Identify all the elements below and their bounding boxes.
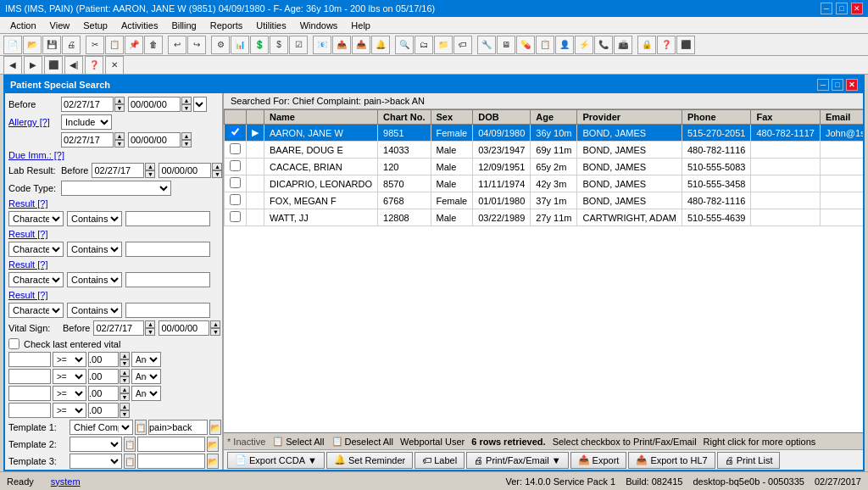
- template2-select[interactable]: [70, 437, 122, 452]
- date2-down[interactable]: ▼: [181, 104, 192, 112]
- template2-value[interactable]: [137, 437, 205, 452]
- tb-tool[interactable]: 🔧: [477, 36, 496, 54]
- tb-redo[interactable]: ↪: [187, 36, 206, 54]
- window-minimize[interactable]: ─: [817, 79, 829, 91]
- tb-new[interactable]: 📄: [3, 36, 22, 54]
- menu-help[interactable]: Help: [344, 19, 377, 32]
- col-dob[interactable]: DOB: [473, 110, 531, 125]
- tb-lock[interactable]: 🔒: [637, 36, 656, 54]
- window-close[interactable]: ✕: [846, 79, 858, 91]
- menu-setup[interactable]: Setup: [76, 19, 114, 32]
- tb-tag[interactable]: 🏷: [453, 36, 472, 54]
- tb-notes[interactable]: 📋: [536, 36, 554, 54]
- vital-val1[interactable]: [88, 352, 119, 367]
- tb-copy[interactable]: 📋: [105, 36, 124, 54]
- vital-val4-spinner[interactable]: ▲ ▼: [120, 403, 130, 418]
- due-imm-label[interactable]: Due Imm.: [?]: [8, 150, 64, 160]
- vital-v4-down[interactable]: ▼: [120, 410, 130, 418]
- vital-d2-up[interactable]: ▲: [210, 320, 220, 328]
- vital-conj2[interactable]: And: [131, 369, 161, 384]
- nav-forward[interactable]: ▶: [24, 56, 42, 75]
- vital-field4[interactable]: [8, 403, 51, 418]
- allergy-d2-up[interactable]: ▲: [181, 132, 192, 140]
- menu-activities[interactable]: Activities: [114, 19, 164, 32]
- deselect-all-btn[interactable]: 📋 Deselect All: [331, 436, 393, 447]
- result4-value[interactable]: [125, 303, 210, 318]
- print-fax-arrow[interactable]: ▼: [552, 455, 561, 465]
- tb-search[interactable]: 🔍: [395, 36, 414, 54]
- table-row[interactable]: FOX, MEGAN F6768Female01/01/198037y 1mBO…: [225, 192, 864, 209]
- template1-icon1[interactable]: 📋: [135, 420, 147, 435]
- table-row[interactable]: ▶AARON, JANE W9851Female04/09/198036y 10…: [225, 125, 864, 142]
- allergy-date2[interactable]: [128, 132, 181, 148]
- tb-check[interactable]: ☑: [289, 36, 308, 54]
- vital-field3[interactable]: [8, 386, 51, 401]
- col-sex[interactable]: Sex: [431, 110, 473, 125]
- row-checkbox[interactable]: [230, 211, 241, 222]
- date1-up[interactable]: ▲: [114, 97, 125, 104]
- tb-delete[interactable]: 🗑: [144, 36, 163, 54]
- export-button[interactable]: 📤 Export: [570, 452, 627, 469]
- tb-folder[interactable]: 🗂: [415, 36, 433, 54]
- col-provider[interactable]: Provider: [577, 110, 682, 125]
- menu-reports[interactable]: Reports: [203, 19, 250, 32]
- result2-value[interactable]: [125, 242, 210, 257]
- export-ccda-button[interactable]: 📄 Export CCDA ▼: [227, 452, 325, 469]
- lab-date2[interactable]: [159, 163, 211, 178]
- vital-d1-up[interactable]: ▲: [145, 320, 155, 328]
- vital-val3-spinner[interactable]: ▲ ▼: [120, 386, 130, 401]
- tb-phone[interactable]: 📞: [594, 36, 613, 54]
- tb-email[interactable]: 📧: [313, 36, 331, 54]
- allergy-date2-spinner[interactable]: ▲ ▼: [181, 132, 192, 148]
- col-name[interactable]: Name: [264, 110, 378, 125]
- vital-conj3[interactable]: And: [131, 386, 161, 401]
- tb-download[interactable]: 📥: [352, 36, 370, 54]
- tb-monitor[interactable]: 🖥: [497, 36, 515, 54]
- lab-d1-down[interactable]: ▼: [145, 170, 155, 178]
- select-all-btn[interactable]: 📋 Select All: [272, 436, 324, 447]
- results-table-container[interactable]: Name Chart No. Sex DOB Age Provider Phon…: [224, 109, 863, 432]
- template3-icon2[interactable]: 📂: [207, 454, 219, 469]
- tb-save[interactable]: 💾: [42, 36, 61, 54]
- result3-label[interactable]: Result [?]: [8, 259, 59, 270]
- date2-up[interactable]: ▲: [181, 97, 192, 104]
- check-last-vital-checkbox[interactable]: [8, 338, 19, 349]
- result1-type[interactable]: Character: [8, 211, 64, 226]
- vital-d2-spinner[interactable]: ▲ ▼: [210, 320, 220, 336]
- result3-type[interactable]: Character: [8, 272, 64, 287]
- tb-lightning[interactable]: ⚡: [575, 36, 593, 54]
- tb-dollar[interactable]: $: [270, 36, 288, 54]
- vital-op2[interactable]: >=: [53, 369, 86, 384]
- allergy-d1-up[interactable]: ▲: [114, 132, 125, 140]
- vital-date2[interactable]: [159, 320, 209, 336]
- tb-open[interactable]: 📂: [23, 36, 42, 54]
- vital-field1[interactable]: [8, 352, 51, 367]
- date1-down[interactable]: ▼: [114, 104, 125, 112]
- result4-label[interactable]: Result [?]: [8, 290, 59, 300]
- tb-settings[interactable]: ⚙: [211, 36, 230, 54]
- result2-type[interactable]: Character: [8, 242, 64, 257]
- print-fax-email-button[interactable]: 🖨 Print/Fax/Email ▼: [466, 452, 568, 469]
- lab-d2-up[interactable]: ▲: [212, 163, 222, 170]
- vital-op3[interactable]: >=: [53, 386, 86, 401]
- tb-print[interactable]: 🖨: [62, 36, 81, 54]
- code-type-select[interactable]: [61, 181, 171, 196]
- export-hl7-button[interactable]: 📤 Export to HL7: [628, 452, 715, 469]
- vital-v1-up[interactable]: ▲: [120, 352, 130, 359]
- menu-utilities[interactable]: Utilities: [249, 19, 292, 32]
- vital-op1[interactable]: >=: [53, 352, 86, 367]
- before-date2[interactable]: [128, 97, 181, 112]
- result3-op[interactable]: Contains: [67, 272, 122, 287]
- vital-v1-down[interactable]: ▼: [120, 359, 130, 367]
- scroll-select[interactable]: [193, 97, 207, 112]
- lab-date2-spinner[interactable]: ▲ ▼: [212, 163, 222, 178]
- tb-meds[interactable]: 💊: [516, 36, 535, 54]
- vital-v3-up[interactable]: ▲: [120, 386, 130, 393]
- vital-d2-down[interactable]: ▼: [210, 328, 220, 336]
- row-checkbox[interactable]: [230, 177, 241, 188]
- tb-files[interactable]: 📁: [434, 36, 453, 54]
- result1-op[interactable]: Contains: [67, 211, 122, 226]
- allergy-d2-down[interactable]: ▼: [181, 140, 192, 148]
- set-reminder-button[interactable]: 🔔 Set Reminder: [326, 452, 413, 469]
- lab-date1-spinner[interactable]: ▲ ▼: [145, 163, 155, 178]
